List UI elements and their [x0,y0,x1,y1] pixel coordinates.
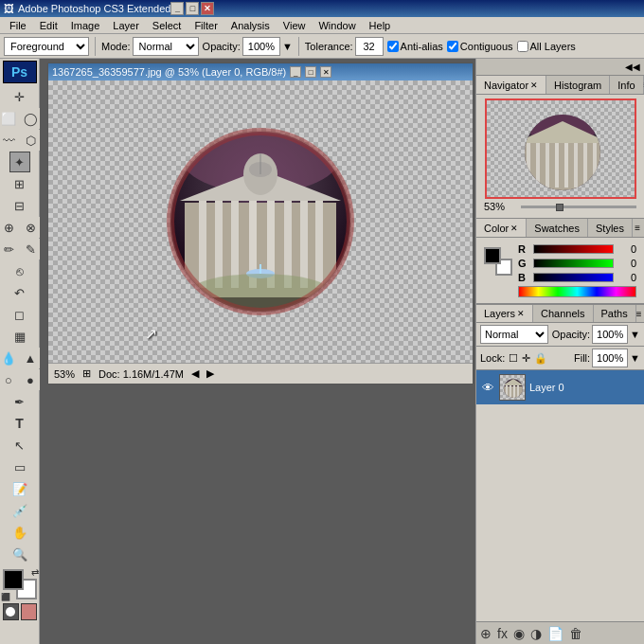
eraser-tool[interactable]: ◻ [9,304,30,325]
tab-color[interactable]: Color ✕ [476,219,527,237]
status-icon[interactable]: ⊞ [82,367,91,380]
slice-tool[interactable]: ⊟ [9,195,30,216]
opacity-input[interactable] [242,37,280,56]
fg-color-swatch[interactable] [484,247,501,264]
path-select-tool[interactable]: ↖ [9,435,30,456]
zoom-tool[interactable]: 🔍 [9,544,30,564]
gradient-tool[interactable]: ▦ [9,326,30,347]
menu-view[interactable]: View [277,19,312,32]
new-layer-button[interactable]: 📄 [547,626,564,641]
navigator-zoom-thumb[interactable] [556,204,564,211]
blend-mode-select[interactable]: Normal [480,325,548,344]
history-brush-tool[interactable]: ↶ [9,282,30,303]
standard-mode-button[interactable] [3,603,19,620]
status-left-arrow[interactable]: ◀ [191,367,199,380]
menu-image[interactable]: Image [65,19,106,32]
lasso-tool[interactable]: 〰 [0,130,19,151]
lock-pixels-button[interactable]: ☐ [509,352,518,365]
close-button[interactable]: ✕ [201,2,214,15]
link-layers-button[interactable]: ⊕ [480,626,492,641]
move-tool[interactable]: ✛ [9,86,30,107]
layer-row[interactable]: 👁 Layer [476,370,644,404]
lock-all-button[interactable]: 🔒 [534,352,547,365]
stamp-tool[interactable]: ⎋ [9,260,30,281]
antialias-checkbox[interactable] [387,41,399,52]
all-layers-checkbox[interactable] [517,41,528,52]
document-canvas[interactable]: ↗ [48,80,473,363]
switch-colors-button[interactable]: ⇄ [31,567,39,578]
pen-tool[interactable]: ✒ [9,391,30,412]
tab-channels[interactable]: Channels [533,305,593,322]
reset-colors-button[interactable]: ⬛ [1,593,10,601]
poly-lasso-tool[interactable]: ⬡ [20,130,41,151]
color-panel-menu[interactable]: ≡ [635,223,640,233]
heal-tool[interactable]: ⊕ [0,217,19,238]
menu-window[interactable]: Window [313,19,361,32]
delete-layer-button[interactable]: 🗑 [569,626,582,641]
magic-wand-tool[interactable]: ✦ [9,152,30,172]
blur-tool[interactable]: 💧 [0,348,19,368]
menu-analysis[interactable]: Analysis [225,19,276,32]
tool-preset-picker[interactable]: Foreground [4,37,89,56]
opacity-arrow[interactable]: ▼ [282,41,293,52]
menu-edit[interactable]: Edit [34,19,63,32]
foreground-color-swatch[interactable] [3,569,24,590]
menu-layer[interactable]: Layer [107,19,145,32]
dodge-tool[interactable]: ○ [0,369,19,390]
navigator-tab-close[interactable]: ✕ [530,80,538,90]
marquee-ellipse-tool[interactable]: ◯ [20,108,41,129]
collapse-left-icon[interactable]: ◀◀ [625,62,640,72]
doc-minimize-button[interactable]: _ [290,66,301,78]
contiguous-checkbox[interactable] [447,41,458,52]
notes-tool[interactable]: 📝 [9,478,30,499]
doc-close-button[interactable]: ✕ [320,66,331,78]
color-tab-close[interactable]: ✕ [510,224,518,233]
quick-mask-button[interactable] [21,603,37,620]
patch-tool[interactable]: ⊗ [20,217,41,238]
blue-slider[interactable] [533,273,614,282]
opacity-input[interactable] [592,325,628,344]
tab-styles[interactable]: Styles [588,219,633,237]
menu-select[interactable]: Select [147,19,188,32]
hand-tool[interactable]: ✋ [9,522,30,543]
crop-tool[interactable]: ⊞ [9,173,30,194]
preset-select[interactable]: Foreground [4,37,89,56]
navigator-preview[interactable] [485,98,636,199]
red-slider[interactable] [533,244,614,254]
pencil-tool[interactable]: ✎ [20,239,41,259]
sharpen-tool[interactable]: ▲ [20,348,41,368]
lock-position-button[interactable]: ✛ [522,352,530,365]
status-right-arrow[interactable]: ▶ [206,367,214,380]
layer-styles-button[interactable]: fx [497,626,508,641]
tolerance-input[interactable] [355,37,384,56]
tab-histogram[interactable]: Histogram [546,76,610,94]
opacity-dropdown-arrow[interactable]: ▼ [630,329,640,340]
color-spectrum-bar[interactable] [518,286,636,297]
fill-input[interactable] [592,349,628,367]
maximize-button[interactable]: □ [186,2,199,15]
tab-swatches[interactable]: Swatches [527,219,588,237]
mode-select[interactable]: Normal [133,37,199,56]
new-fill-layer-button[interactable]: ◑ [530,626,542,641]
canvas-area[interactable]: 1367265_36359577.jpg @ 53% (Layer 0, RGB… [40,59,475,644]
tab-info[interactable]: Info [610,76,643,94]
eyedropper-tool[interactable]: 💉 [9,500,30,521]
brush-tool[interactable]: ✏ [0,239,19,259]
type-tool[interactable]: T [9,413,30,434]
layers-panel-menu[interactable]: ≡ [636,309,642,319]
marquee-rect-tool[interactable]: ⬜ [0,108,19,129]
fill-dropdown-arrow[interactable]: ▼ [630,352,640,364]
tab-navigator[interactable]: Navigator ✕ [476,76,546,94]
add-mask-button[interactable]: ◉ [513,626,525,641]
menu-filter[interactable]: Filter [188,19,223,32]
green-slider[interactable] [533,259,614,268]
shape-tool[interactable]: ▭ [9,456,30,477]
tab-layers[interactable]: Layers ✕ [476,305,533,322]
navigator-zoom-slider[interactable] [521,206,636,208]
minimize-button[interactable]: _ [170,2,184,15]
menu-file[interactable]: File [4,19,32,32]
layers-tab-close[interactable]: ✕ [517,309,525,318]
doc-maximize-button[interactable]: □ [305,66,316,78]
tab-paths[interactable]: Paths [594,305,636,322]
layer-visibility-toggle[interactable]: 👁 [480,380,495,395]
